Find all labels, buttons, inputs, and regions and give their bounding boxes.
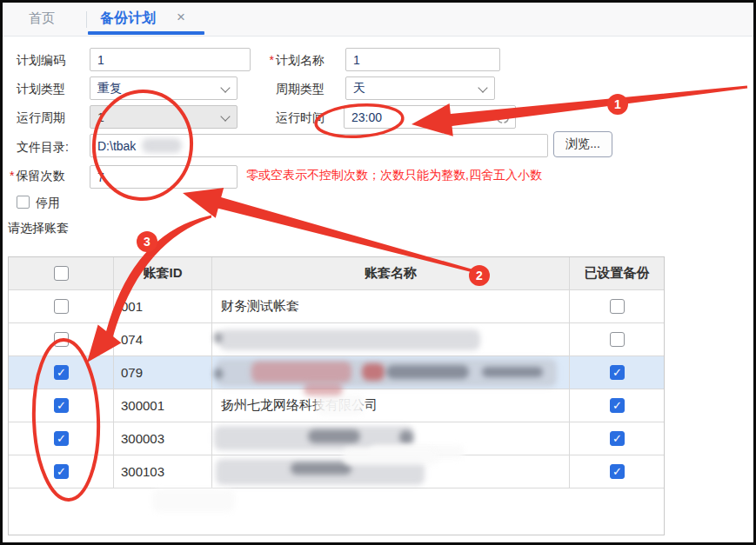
plan-name-input[interactable]: [345, 48, 500, 71]
app-window: 首页 备份计划 × 计划编码 *计划名称 计划类型 重复 周期类型 天 运行周期…: [0, 0, 756, 545]
run-cycle-label: 运行周期: [17, 110, 65, 126]
run-time-label: 运行时间: [260, 110, 324, 126]
table-row[interactable]: 079: [9, 356, 664, 389]
account-name-cell: [212, 455, 570, 489]
plan-type-label: 计划类型: [17, 82, 65, 97]
annotation-badge-1: [607, 94, 628, 115]
chevron-down-icon: [220, 83, 230, 92]
required-asterisk: *: [10, 169, 14, 183]
retain-count-input[interactable]: [90, 165, 238, 189]
column-header-backup-set: 已设置备份: [570, 257, 664, 290]
redaction-smudge: [219, 329, 480, 350]
chevron-down-icon: [220, 111, 230, 121]
redaction-smudge: [214, 332, 222, 343]
chevron-down-icon: [478, 83, 487, 92]
account-name-cell: 财务测试帐套: [212, 290, 570, 323]
row-select-checkbox[interactable]: [54, 332, 69, 347]
column-header-account-name: 账套名称: [212, 257, 570, 290]
row-select-checkbox[interactable]: [54, 299, 69, 314]
table-row[interactable]: 074: [9, 323, 664, 356]
row-select-cell: [9, 356, 114, 389]
annotation-badge-3: [137, 231, 157, 252]
account-name: 扬州七龙网络科技有限公司: [221, 397, 378, 414]
cycle-type-label: 周期类型: [260, 82, 324, 97]
annotation-badge-1-number: 1: [614, 97, 621, 111]
table-row[interactable]: 300001扬州七龙网络科技有限公司: [9, 389, 664, 422]
section-title: 请选择账套: [8, 221, 69, 236]
select-all-checkbox[interactable]: [54, 266, 69, 281]
redaction-smudge: [216, 359, 557, 387]
backup-status-checkbox[interactable]: [610, 464, 625, 479]
run-cycle-select: 1: [90, 105, 238, 129]
redaction-smudge: [386, 365, 469, 379]
account-name-cell: [212, 356, 570, 389]
row-select-cell: [9, 422, 114, 455]
row-select-checkbox[interactable]: [54, 464, 69, 479]
table-row[interactable]: 300103: [9, 455, 664, 489]
backup-status-cell: [570, 455, 664, 489]
account-id-cell: 074: [114, 323, 212, 356]
disable-checkbox[interactable]: [17, 196, 30, 209]
backup-status-cell: [570, 290, 664, 323]
active-tab-underline: [88, 31, 204, 35]
accounts-table: 账套ID 账套名称 已设置备份 001财务测试帐套074079300001扬州七…: [8, 256, 665, 535]
account-name-cell: 扬州七龙网络科技有限公司: [212, 389, 570, 422]
redaction-smudge: [251, 362, 351, 382]
backup-status-checkbox[interactable]: [610, 398, 625, 413]
backup-status-checkbox[interactable]: [610, 431, 625, 446]
table-row[interactable]: 001财务测试帐套: [9, 290, 664, 323]
account-name-cell: [212, 422, 570, 455]
redaction-smudge: [214, 426, 414, 450]
row-select-cell: [9, 389, 114, 422]
retain-count-hint: 零或空表示不控制次数；次数只能为整数,四舍五入小数: [246, 168, 542, 183]
redaction-smudge: [362, 363, 385, 381]
row-select-checkbox[interactable]: [54, 365, 69, 380]
backup-status-checkbox[interactable]: [610, 332, 625, 347]
account-name: 财务测试帐套: [221, 298, 299, 315]
row-select-cell: [9, 455, 114, 489]
required-asterisk: *: [270, 53, 274, 67]
redaction-smudge: [214, 369, 223, 379]
file-dir-label: 文件目录:: [17, 140, 69, 156]
plan-code-label: 计划编码: [17, 53, 65, 69]
row-select-checkbox[interactable]: [54, 431, 69, 446]
disable-label: 停用: [36, 196, 60, 211]
redaction-smudge: [482, 367, 543, 377]
clock-icon[interactable]: [496, 110, 510, 127]
backup-status-cell: [570, 389, 664, 422]
account-id-cell: 079: [114, 356, 212, 389]
backup-status-cell: [570, 356, 664, 389]
backup-status-checkbox[interactable]: [610, 365, 625, 380]
tab-backup-plan[interactable]: 备份计划: [100, 10, 156, 28]
close-tab-icon[interactable]: ×: [177, 9, 185, 26]
redaction-smudge: [399, 430, 413, 444]
account-id-cell: 300003: [114, 422, 212, 455]
tab-home[interactable]: 首页: [29, 10, 55, 27]
redaction-smudge: [291, 462, 351, 475]
retain-count-label: *保留次数: [10, 169, 64, 184]
browse-button[interactable]: 浏览...: [553, 131, 612, 157]
cycle-type-select[interactable]: 天: [345, 76, 495, 100]
backup-status-checkbox[interactable]: [610, 299, 625, 314]
column-header-account-id: 账套ID: [114, 257, 212, 290]
row-select-cell: [9, 323, 114, 356]
row-select-cell: [9, 290, 114, 323]
tab-divider: [86, 11, 87, 28]
account-id-cell: 001: [114, 290, 212, 323]
file-dir-input[interactable]: [90, 134, 548, 157]
backup-status-cell: [570, 323, 664, 356]
redaction-smudge: [308, 429, 360, 443]
account-name-cell: [212, 323, 570, 356]
plan-code-input[interactable]: [90, 48, 251, 71]
table-row[interactable]: 300003: [9, 422, 664, 455]
plan-type-select[interactable]: 重复: [90, 76, 238, 100]
redaction-smudge: [216, 459, 425, 485]
table-header-row: 账套ID 账套名称 已设置备份: [9, 257, 664, 290]
account-id-cell: 300001: [114, 389, 212, 422]
row-select-checkbox[interactable]: [54, 398, 69, 413]
plan-name-label: *计划名称: [260, 53, 324, 69]
backup-status-cell: [570, 422, 664, 455]
tab-bar: 首页 备份计划 ×: [3, 3, 753, 37]
run-time-input[interactable]: 23:00: [344, 105, 516, 129]
account-id-cell: 300103: [114, 455, 212, 489]
